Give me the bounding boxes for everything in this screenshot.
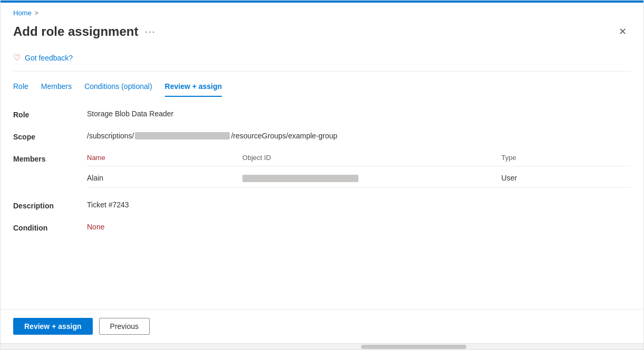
member-type: User bbox=[501, 174, 631, 182]
description-label: Description bbox=[13, 201, 87, 210]
member-name: Alain bbox=[87, 174, 242, 182]
footer: Review + assign Previous bbox=[1, 309, 643, 343]
condition-field-row: Condition None bbox=[13, 223, 631, 232]
scope-prefix: /subscriptions/ bbox=[87, 132, 134, 140]
page-title: Add role assignment bbox=[13, 24, 138, 39]
tab-conditions[interactable]: Conditions (optional) bbox=[84, 76, 152, 97]
close-icon: ✕ bbox=[619, 26, 627, 37]
col-header-type: Type bbox=[501, 154, 631, 162]
breadcrumb: Home > bbox=[1, 3, 643, 21]
breadcrumb-separator: > bbox=[35, 9, 38, 17]
scope-value: /subscriptions/ /resourceGroups/example-… bbox=[87, 132, 631, 140]
content-area: Role Storage Blob Data Reader Scope /sub… bbox=[1, 97, 643, 301]
feedback-link[interactable]: Got feedback? bbox=[25, 54, 73, 62]
condition-value: None bbox=[87, 223, 631, 231]
members-table-wrapper: Name Object ID Type Alain User bbox=[87, 154, 631, 188]
members-table-header: Name Object ID Type bbox=[87, 154, 631, 166]
horizontal-scrollbar[interactable] bbox=[1, 343, 643, 349]
scrollbar-thumb[interactable] bbox=[361, 345, 466, 349]
tab-role[interactable]: Role bbox=[13, 76, 28, 97]
role-label: Role bbox=[13, 109, 87, 119]
review-assign-button[interactable]: Review + assign bbox=[13, 318, 93, 335]
more-options-icon[interactable]: ··· bbox=[144, 26, 155, 37]
members-field-row: Members Name Object ID Type Alain User bbox=[13, 154, 631, 188]
feedback-bar: ♡ Got feedback? bbox=[1, 48, 643, 71]
role-field-row: Role Storage Blob Data Reader bbox=[13, 109, 631, 119]
dialog-header: Add role assignment ··· ✕ bbox=[1, 21, 643, 48]
member-objectid bbox=[242, 174, 501, 182]
col-header-name: Name bbox=[87, 154, 242, 162]
scope-subscription-id-redacted bbox=[135, 132, 230, 139]
table-row: Alain User bbox=[87, 168, 631, 188]
condition-label: Condition bbox=[13, 223, 87, 232]
role-value: Storage Blob Data Reader bbox=[87, 109, 631, 118]
members-label: Members bbox=[13, 154, 87, 163]
scope-label: Scope bbox=[13, 132, 87, 141]
breadcrumb-home-link[interactable]: Home bbox=[13, 9, 32, 17]
description-field-row: Description Ticket #7243 bbox=[13, 201, 631, 210]
header-left: Add role assignment ··· bbox=[13, 24, 155, 39]
col-header-objectid: Object ID bbox=[242, 154, 501, 162]
heart-icon: ♡ bbox=[13, 53, 21, 63]
header-divider bbox=[13, 71, 631, 72]
close-button[interactable]: ✕ bbox=[614, 23, 631, 40]
tab-review-assign[interactable]: Review + assign bbox=[165, 76, 222, 97]
tabs-row: Role Members Conditions (optional) Revie… bbox=[1, 76, 643, 97]
previous-button[interactable]: Previous bbox=[99, 318, 150, 335]
scope-field-row: Scope /subscriptions/ /resourceGroups/ex… bbox=[13, 132, 631, 141]
add-role-assignment-dialog: Home > Add role assignment ··· ✕ ♡ Got f… bbox=[0, 0, 644, 350]
object-id-redacted bbox=[242, 175, 358, 182]
scope-suffix: /resourceGroups/example-group bbox=[231, 132, 337, 140]
tab-members[interactable]: Members bbox=[41, 76, 72, 97]
description-value: Ticket #7243 bbox=[87, 201, 631, 209]
